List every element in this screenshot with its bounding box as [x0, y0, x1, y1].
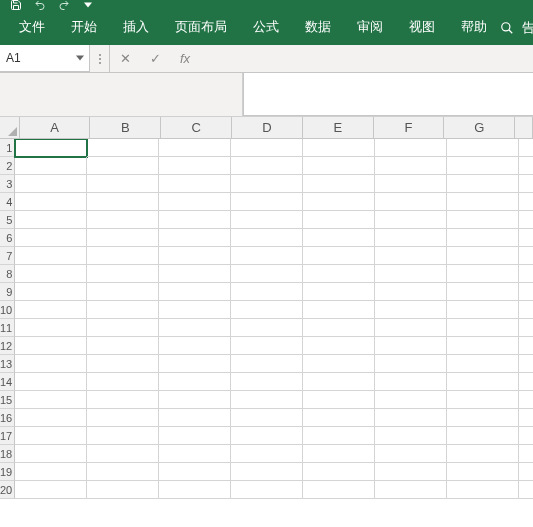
- cell[interactable]: [231, 337, 303, 355]
- cell[interactable]: [375, 409, 447, 427]
- col-header-C[interactable]: C: [161, 117, 232, 139]
- cell[interactable]: [303, 337, 375, 355]
- cell[interactable]: [231, 463, 303, 481]
- row-header-19[interactable]: 19: [0, 463, 15, 481]
- cell[interactable]: [87, 157, 159, 175]
- cell[interactable]: [15, 481, 87, 499]
- cell[interactable]: [15, 373, 87, 391]
- tab-file[interactable]: 文件: [6, 10, 58, 46]
- cell[interactable]: [15, 175, 87, 193]
- cell[interactable]: [231, 427, 303, 445]
- cell[interactable]: [303, 463, 375, 481]
- row-header-15[interactable]: 15: [0, 391, 15, 409]
- tab-data[interactable]: 数据: [292, 10, 344, 46]
- cell[interactable]: [159, 247, 231, 265]
- cell[interactable]: [303, 481, 375, 499]
- cell[interactable]: [375, 373, 447, 391]
- cell[interactable]: [519, 427, 533, 445]
- col-header-E[interactable]: E: [303, 117, 374, 139]
- cell[interactable]: [447, 355, 519, 373]
- cell[interactable]: [87, 319, 159, 337]
- cell[interactable]: [15, 139, 87, 157]
- cell[interactable]: [15, 355, 87, 373]
- row-header-8[interactable]: 8: [0, 265, 15, 283]
- cancel-button[interactable]: ✕: [110, 51, 140, 66]
- cell[interactable]: [447, 175, 519, 193]
- formula-input[interactable]: [243, 73, 533, 116]
- cell[interactable]: [519, 247, 533, 265]
- cell[interactable]: [519, 211, 533, 229]
- cell[interactable]: [87, 229, 159, 247]
- cell[interactable]: [87, 175, 159, 193]
- cell[interactable]: [519, 193, 533, 211]
- cell[interactable]: [159, 373, 231, 391]
- cell[interactable]: [519, 157, 533, 175]
- cell[interactable]: [87, 391, 159, 409]
- row-header-1[interactable]: 1: [0, 139, 15, 157]
- cell[interactable]: [159, 157, 231, 175]
- cell[interactable]: [87, 247, 159, 265]
- cell[interactable]: [519, 175, 533, 193]
- cell[interactable]: [231, 373, 303, 391]
- cell[interactable]: [519, 319, 533, 337]
- cell[interactable]: [87, 445, 159, 463]
- row-header-9[interactable]: 9: [0, 283, 15, 301]
- row-header-3[interactable]: 3: [0, 175, 15, 193]
- cell[interactable]: [231, 445, 303, 463]
- cell[interactable]: [303, 409, 375, 427]
- cell[interactable]: [447, 247, 519, 265]
- cell[interactable]: [447, 193, 519, 211]
- cell[interactable]: [15, 319, 87, 337]
- cell[interactable]: [15, 427, 87, 445]
- cell[interactable]: [375, 445, 447, 463]
- cell[interactable]: [303, 427, 375, 445]
- cell[interactable]: [447, 157, 519, 175]
- cell[interactable]: [303, 445, 375, 463]
- cell[interactable]: [447, 409, 519, 427]
- cell[interactable]: [303, 157, 375, 175]
- tab-home[interactable]: 开始: [58, 10, 110, 46]
- cell[interactable]: [159, 283, 231, 301]
- cell[interactable]: [159, 319, 231, 337]
- cell[interactable]: [87, 265, 159, 283]
- cell[interactable]: [375, 139, 447, 157]
- cell[interactable]: [447, 301, 519, 319]
- cell[interactable]: [15, 391, 87, 409]
- cell[interactable]: [447, 283, 519, 301]
- cell-area[interactable]: [15, 139, 533, 527]
- search-icon[interactable]: [500, 21, 514, 35]
- cell[interactable]: [447, 481, 519, 499]
- cell[interactable]: [303, 355, 375, 373]
- cell[interactable]: [231, 301, 303, 319]
- cell[interactable]: [375, 247, 447, 265]
- cell[interactable]: [303, 319, 375, 337]
- cell[interactable]: [231, 283, 303, 301]
- cell[interactable]: [159, 463, 231, 481]
- cell[interactable]: [159, 139, 231, 157]
- cell[interactable]: [303, 391, 375, 409]
- cell[interactable]: [375, 391, 447, 409]
- row-header-10[interactable]: 10: [0, 301, 15, 319]
- cell[interactable]: [447, 445, 519, 463]
- tab-insert[interactable]: 插入: [110, 10, 162, 46]
- tab-formulas[interactable]: 公式: [240, 10, 292, 46]
- cell[interactable]: [375, 211, 447, 229]
- cell[interactable]: [303, 247, 375, 265]
- cell[interactable]: [87, 193, 159, 211]
- cell[interactable]: [375, 229, 447, 247]
- row-header-14[interactable]: 14: [0, 373, 15, 391]
- cell[interactable]: [375, 175, 447, 193]
- cell[interactable]: [15, 247, 87, 265]
- cell[interactable]: [87, 463, 159, 481]
- cell[interactable]: [15, 283, 87, 301]
- tell-me[interactable]: 告: [520, 19, 533, 37]
- cell[interactable]: [15, 445, 87, 463]
- row-header-13[interactable]: 13: [0, 355, 15, 373]
- name-box-dropdown-icon[interactable]: [73, 51, 87, 65]
- cell[interactable]: [519, 337, 533, 355]
- cell[interactable]: [87, 337, 159, 355]
- cell[interactable]: [303, 265, 375, 283]
- cell[interactable]: [375, 355, 447, 373]
- cell[interactable]: [375, 283, 447, 301]
- cell[interactable]: [375, 157, 447, 175]
